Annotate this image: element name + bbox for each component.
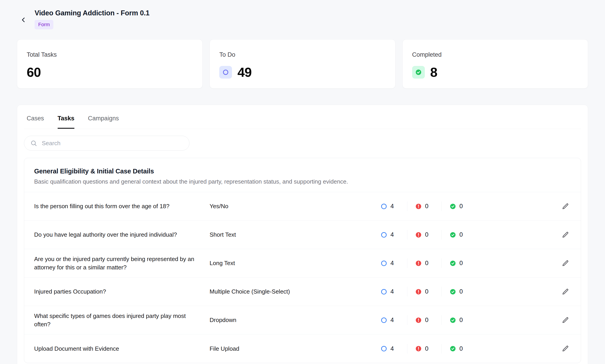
todo-count: 4 <box>390 260 394 267</box>
error-count-cell: 0 <box>407 201 441 211</box>
search-input[interactable] <box>24 136 190 151</box>
section-card: General Eligibility & Initial Case Detai… <box>24 158 581 363</box>
stat-card-total-tasks: Total Tasks 60 <box>17 39 203 89</box>
error-icon <box>415 203 422 210</box>
task-question: Do you have legal authority over the inj… <box>34 231 210 239</box>
section-title: General Eligibility & Initial Case Detai… <box>34 168 571 175</box>
check-circle-icon <box>450 260 456 267</box>
stat-card-todo: To Do 49 <box>210 39 395 89</box>
completed-count-cell: 0 <box>441 287 476 297</box>
completed-count-cell: 0 <box>441 258 476 268</box>
completed-count-cell: 0 <box>441 344 476 354</box>
stat-label: To Do <box>219 51 385 58</box>
edit-pencil-icon[interactable] <box>560 201 571 212</box>
error-count-cell: 0 <box>407 287 441 297</box>
task-counts: 4 0 0 <box>373 344 476 354</box>
edit-pencil-icon[interactable] <box>560 229 571 240</box>
chevron-left-icon <box>19 16 27 24</box>
task-question: Injured parties Occupation? <box>34 287 210 296</box>
todo-count-cell: 4 <box>373 230 407 240</box>
tab-bar: Cases Tasks Campaigns <box>24 105 581 129</box>
completed-count: 0 <box>459 317 463 324</box>
completed-count-cell: 0 <box>441 315 476 325</box>
error-count: 0 <box>425 317 428 324</box>
todo-count-cell: 4 <box>373 287 407 297</box>
error-count-cell: 0 <box>407 258 441 268</box>
stat-card-completed: Completed 8 <box>402 39 588 89</box>
todo-circle-icon <box>219 66 232 78</box>
edit-pencil-icon[interactable] <box>560 286 571 297</box>
table-row[interactable]: Injured parties Occupation? Multiple Cho… <box>24 277 581 306</box>
todo-count-cell: 4 <box>373 315 407 325</box>
table-row[interactable]: What specific types of games does injure… <box>24 306 581 334</box>
tab-campaigns[interactable]: Campaigns <box>88 115 119 129</box>
task-counts: 4 0 0 <box>373 315 476 325</box>
task-question: Upload Document with Evidence <box>34 345 210 353</box>
table-row[interactable]: Are you or the injured party currently b… <box>24 249 581 277</box>
page: Video Gaming Addiction - Form 0.1 Form T… <box>0 0 605 364</box>
table-row[interactable]: Do you have legal authority over the inj… <box>24 221 581 249</box>
page-header: Video Gaming Addiction - Form 0.1 Form <box>17 9 588 29</box>
error-count: 0 <box>425 231 428 238</box>
task-type: File Upload <box>210 345 373 352</box>
page-title: Video Gaming Addiction - Form 0.1 <box>35 9 150 17</box>
check-circle-icon <box>450 232 456 238</box>
task-type: Multiple Choice (Single-Select) <box>210 288 373 295</box>
table-row[interactable]: Is the person filling out this form over… <box>24 192 581 221</box>
error-count: 0 <box>425 345 428 352</box>
form-type-badge: Form <box>35 20 53 29</box>
error-icon <box>415 232 422 238</box>
completed-count-cell: 0 <box>441 201 476 211</box>
completed-count: 0 <box>459 231 463 238</box>
todo-circle-icon <box>381 317 387 324</box>
todo-count-cell: 4 <box>373 201 407 211</box>
task-question: What specific types of games does injure… <box>34 312 210 328</box>
back-button[interactable] <box>17 13 30 26</box>
todo-count: 4 <box>390 288 394 295</box>
error-icon <box>415 317 422 324</box>
error-count: 0 <box>425 203 428 210</box>
todo-circle-icon <box>381 232 387 238</box>
edit-pencil-icon[interactable] <box>560 258 571 269</box>
task-type: Dropdown <box>210 317 373 324</box>
task-counts: 4 0 0 <box>373 201 476 211</box>
error-count: 0 <box>425 288 428 295</box>
tab-cases[interactable]: Cases <box>27 115 44 129</box>
todo-circle-icon <box>381 203 387 210</box>
check-circle-icon <box>450 317 456 324</box>
table-row[interactable]: Upload Document with Evidence File Uploa… <box>24 334 581 363</box>
tab-tasks[interactable]: Tasks <box>58 115 75 129</box>
task-type: Short Text <box>210 231 373 238</box>
edit-pencil-icon[interactable] <box>560 315 571 325</box>
task-question: Are you or the injured party currently b… <box>34 255 210 272</box>
task-type: Yes/No <box>210 203 373 210</box>
todo-count: 4 <box>390 231 394 238</box>
error-icon <box>415 260 422 267</box>
stat-value: 60 <box>27 65 41 80</box>
stat-value: 8 <box>430 65 437 80</box>
error-icon <box>415 288 422 295</box>
todo-count: 4 <box>390 203 394 210</box>
check-circle-icon <box>450 345 456 352</box>
task-counts: 4 0 0 <box>373 230 476 240</box>
todo-count-cell: 4 <box>373 258 407 268</box>
header-text: Video Gaming Addiction - Form 0.1 Form <box>35 9 150 29</box>
edit-pencil-icon[interactable] <box>560 343 571 354</box>
section-header: General Eligibility & Initial Case Detai… <box>24 158 581 192</box>
todo-circle-icon <box>381 345 387 352</box>
task-rows: Is the person filling out this form over… <box>24 192 581 363</box>
stat-label: Completed <box>412 51 578 58</box>
completed-count: 0 <box>459 345 463 352</box>
error-count: 0 <box>425 260 428 267</box>
stat-label: Total Tasks <box>27 51 193 58</box>
check-circle-icon <box>450 203 456 210</box>
completed-count: 0 <box>459 203 463 210</box>
todo-count: 4 <box>390 317 394 324</box>
completed-count: 0 <box>459 288 463 295</box>
task-question: Is the person filling out this form over… <box>34 202 210 210</box>
check-circle-icon <box>450 288 456 295</box>
task-counts: 4 0 0 <box>373 287 476 297</box>
task-counts: 4 0 0 <box>373 258 476 268</box>
completed-count-cell: 0 <box>441 230 476 240</box>
section-description: Basic qualification questions and genera… <box>34 178 571 185</box>
